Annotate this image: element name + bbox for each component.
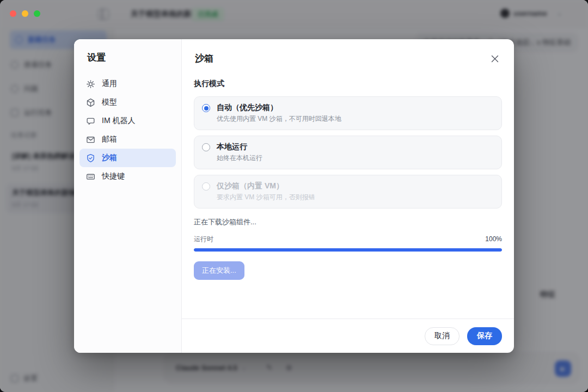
mail-icon	[86, 135, 95, 144]
zoom-window-button[interactable]	[34, 10, 40, 17]
progress-fill	[194, 248, 502, 252]
option-desc: 优先使用内置 VM 沙箱，不可用时回退本地	[217, 114, 341, 124]
option-title: 仅沙箱（内置 VM）	[217, 181, 315, 191]
settings-dialog: 设置 通用 模型 IM 机器人	[74, 39, 514, 353]
shield-check-icon	[86, 154, 95, 163]
close-window-button[interactable]	[10, 10, 16, 17]
chat-bubble-icon	[86, 117, 95, 126]
save-button[interactable]: 保存	[467, 327, 502, 345]
panel-title: 沙箱	[195, 52, 213, 65]
download-status: 正在下载沙箱组件...	[194, 217, 502, 227]
cancel-button[interactable]: 取消	[425, 327, 460, 345]
tab-general[interactable]: 通用	[79, 75, 176, 93]
close-icon[interactable]	[489, 53, 501, 65]
panel-footer: 取消 保存	[182, 318, 514, 353]
option-title: 自动（优先沙箱）	[217, 102, 341, 113]
radio-selected-icon[interactable]	[202, 104, 210, 112]
tab-shortcuts[interactable]: 快捷键	[79, 167, 176, 186]
panel-header: 沙箱	[182, 39, 514, 65]
progress-bar	[194, 248, 502, 252]
screen: 关于模型表格的新编码 已完成 username ⌄ 新建任务 搜索任务	[0, 0, 588, 392]
app-window: 关于模型表格的新编码 已完成 username ⌄ 新建任务 搜索任务	[0, 0, 588, 392]
option-title: 本地运行	[217, 142, 262, 152]
panel-body: 执行模式 自动（优先沙箱） 优先使用内置 VM 沙箱，不可用时回退本地 本地运行…	[182, 65, 514, 318]
section-label: 执行模式	[194, 79, 502, 89]
settings-title: 设置	[87, 51, 176, 64]
installing-button: 正在安装...	[194, 261, 244, 280]
tab-label: 邮箱	[102, 134, 117, 144]
progress-label: 运行时	[194, 235, 213, 244]
tab-models[interactable]: 模型	[79, 93, 176, 112]
tab-sandbox[interactable]: 沙箱	[79, 149, 176, 167]
radio-icon[interactable]	[202, 143, 210, 151]
tab-label: 沙箱	[102, 153, 117, 163]
radio-disabled-icon	[202, 182, 210, 191]
tab-label: 快捷键	[102, 171, 125, 181]
minimize-window-button[interactable]	[22, 10, 28, 17]
tab-label: 模型	[102, 97, 117, 107]
progress-value: 100%	[485, 235, 502, 243]
option-sandbox-only: 仅沙箱（内置 VM） 要求内置 VM 沙箱可用，否则报错	[194, 175, 502, 209]
option-auto[interactable]: 自动（优先沙箱） 优先使用内置 VM 沙箱，不可用时回退本地	[194, 96, 502, 130]
window-controls	[10, 10, 40, 17]
tab-label: 通用	[102, 79, 117, 89]
settings-panel: 沙箱 执行模式 自动（优先沙箱） 优先使用内置 VM 沙箱，不可用时回退本地	[182, 39, 514, 353]
tab-im-bot[interactable]: IM 机器人	[79, 112, 176, 130]
option-desc: 始终在本机运行	[217, 154, 262, 163]
option-local[interactable]: 本地运行 始终在本机运行	[194, 136, 502, 169]
tab-mail[interactable]: 邮箱	[79, 130, 176, 149]
keyboard-icon	[86, 172, 95, 181]
progress-row: 运行时 100%	[194, 235, 502, 244]
gear-icon	[86, 79, 95, 89]
cube-icon	[86, 98, 95, 107]
tab-label: IM 机器人	[102, 116, 135, 126]
settings-sidebar: 设置 通用 模型 IM 机器人	[74, 39, 182, 353]
option-desc: 要求内置 VM 沙箱可用，否则报错	[217, 193, 315, 202]
